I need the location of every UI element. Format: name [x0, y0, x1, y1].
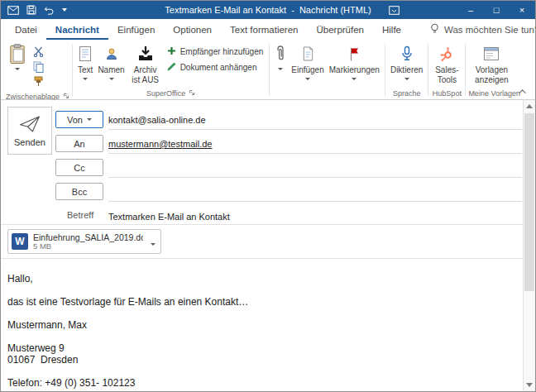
from-button[interactable]: Von — [55, 111, 103, 128]
window-controls: – □ × — [464, 1, 529, 19]
format-painter-icon[interactable] — [31, 75, 45, 88]
tab-datei[interactable]: Datei — [6, 19, 46, 40]
group-include: Einfügen Markierungen — [270, 41, 384, 99]
archiv-toggle-button[interactable]: Archiv ist AUS — [127, 41, 164, 86]
namen-button[interactable]: Namen — [95, 41, 127, 82]
paste-dropdown-caret — [15, 68, 20, 70]
einfuegen-dropdown-caret — [305, 78, 310, 80]
paper-plane-icon — [19, 115, 41, 133]
clipboard-small-buttons — [29, 41, 47, 93]
body-line: Telefon: +49 (0) 351- 102123 — [7, 377, 516, 389]
diktieren-dropdown-caret — [404, 78, 409, 80]
superoffice-menu-items: Empfänger hinzufügen Dokument anhängen — [164, 41, 267, 79]
undo-icon[interactable] — [44, 6, 55, 15]
outlook-message-window: Textmarken E-Mail an Kontakt - Nachricht… — [0, 0, 536, 392]
window-title: Textmarken E-Mail an Kontakt - Nachricht… — [1, 1, 535, 19]
word-file-icon: W — [12, 233, 28, 250]
cc-button[interactable]: Cc — [55, 159, 103, 176]
markierungen-button-label: Markierungen — [329, 65, 380, 75]
to-button[interactable]: An — [55, 135, 103, 152]
tell-me-box[interactable]: Was möchten Sie tun? — [430, 19, 536, 40]
titlebar: Textmarken E-Mail an Kontakt - Nachricht… — [1, 1, 535, 19]
from-dropdown-caret — [87, 118, 92, 121]
close-button[interactable]: × — [515, 1, 529, 19]
customize-qat-icon[interactable] — [62, 8, 67, 12]
tab-optionen[interactable]: Optionen — [164, 19, 221, 40]
attachment-dropdown-caret[interactable] — [148, 234, 158, 249]
empfaenger-hinzufuegen-item[interactable]: Empfänger hinzufügen — [167, 46, 264, 57]
microphone-icon — [400, 44, 414, 64]
archive-icon — [137, 44, 154, 64]
attach-dropdown-caret — [278, 68, 283, 70]
cut-scissors-icon[interactable] — [31, 45, 45, 58]
from-field[interactable]: kontakt@salia-online.de — [108, 109, 522, 130]
text-button[interactable]: Text — [75, 41, 95, 82]
namen-dropdown-caret — [109, 78, 114, 80]
maximize-button[interactable]: □ — [490, 1, 503, 19]
vertical-scrollbar[interactable] — [523, 100, 535, 391]
einfuegen-item-button[interactable]: Einfügen — [289, 41, 326, 82]
group-label-empty — [272, 87, 382, 99]
empfaenger-label: Empfänger hinzufügen — [180, 47, 264, 56]
cc-button-label: Cc — [74, 163, 84, 173]
attach-file-button[interactable] — [272, 41, 289, 72]
group-label-superoffice: SuperOffice — [75, 87, 266, 99]
to-field[interactable]: mustermann@testmail.de — [108, 133, 522, 154]
group-sprache: Diktieren Sprache — [386, 41, 427, 99]
markierungen-button[interactable]: Markierungen — [327, 41, 382, 82]
templates-pane-icon — [483, 44, 500, 64]
text-document-icon — [78, 44, 93, 64]
tab-einfuegen[interactable]: Einfügen — [108, 19, 164, 40]
cc-row: Cc — [55, 157, 522, 180]
triangle-up-icon — [526, 104, 533, 108]
tab-nachricht[interactable]: Nachricht — [46, 19, 108, 40]
scroll-down-arrow[interactable] — [524, 379, 535, 391]
send-button[interactable]: Senden — [7, 107, 52, 155]
vorlagen-anzeigen-button[interactable]: Vorlagen anzeigen — [468, 41, 514, 86]
bcc-row: Bcc — [55, 181, 522, 204]
group-separator — [269, 44, 270, 96]
insert-document-icon — [301, 44, 315, 64]
collapse-ribbon-button[interactable] — [517, 86, 530, 97]
tab-ueberpruefen[interactable]: Überprüfen — [307, 19, 373, 40]
attachment-size: 5 MB — [33, 242, 143, 251]
scrollbar-thumb[interactable] — [524, 113, 534, 291]
to-button-label: An — [74, 139, 84, 149]
ribbon-tab-row: Datei Nachricht Einfügen Optionen Text f… — [1, 19, 535, 40]
group-hubspot: Sales-Tools HubSpot — [429, 41, 464, 99]
lightbulb-icon — [430, 23, 439, 36]
to-row: An mustermann@testmail.de — [55, 133, 522, 156]
attachment-chip[interactable]: W Einfuehrung_SALIA_2019.docx 5 MB — [7, 229, 161, 254]
group-label-hubspot: HubSpot — [431, 87, 462, 99]
group-separator — [385, 44, 385, 96]
message-body-editor[interactable]: Hallo, das ist eine Testvorlage für E-Ma… — [1, 259, 523, 391]
bcc-field[interactable] — [108, 181, 522, 202]
contact-person-icon — [104, 44, 119, 64]
cc-field[interactable] — [108, 157, 522, 178]
group-label-text: SuperOffice — [146, 89, 185, 98]
send-button-label: Senden — [14, 137, 45, 147]
dokument-anhaengen-item[interactable]: Dokument anhängen — [167, 62, 264, 73]
minimize-button[interactable]: – — [464, 1, 477, 19]
from-button-label: Von — [67, 115, 83, 125]
bcc-button[interactable]: Bcc — [55, 183, 103, 200]
triangle-down-icon — [526, 383, 533, 387]
group-zwischenablage: Zwischenablage — [4, 41, 71, 99]
to-address[interactable]: mustermann@testmail.de — [108, 139, 213, 149]
save-icon[interactable] — [26, 5, 36, 15]
paste-button[interactable] — [6, 41, 29, 72]
ribbon-display-options-icon[interactable] — [389, 6, 400, 15]
scroll-up-arrow[interactable] — [524, 100, 535, 112]
group-label-text: Sprache — [393, 89, 421, 98]
attachment-name: Einfuehrung_SALIA_2019.docx — [33, 232, 143, 242]
tab-text-formatieren[interactable]: Text formatieren — [221, 19, 307, 40]
sales-tools-button[interactable]: Sales-Tools — [431, 41, 462, 86]
copy-icon[interactable] — [31, 60, 45, 73]
dialog-launcher-icon[interactable] — [189, 89, 195, 98]
tab-hilfe[interactable]: Hilfe — [373, 19, 410, 40]
diktieren-button[interactable]: Diktieren — [388, 41, 425, 82]
subject-field[interactable]: Textmarken E-Mail an Kontakt — [108, 205, 522, 226]
body-line: Mustermann, Max — [7, 319, 516, 331]
group-separator — [428, 44, 428, 96]
message-compose-area: Senden Von kontakt@salia-online.de An mu… — [1, 100, 535, 391]
